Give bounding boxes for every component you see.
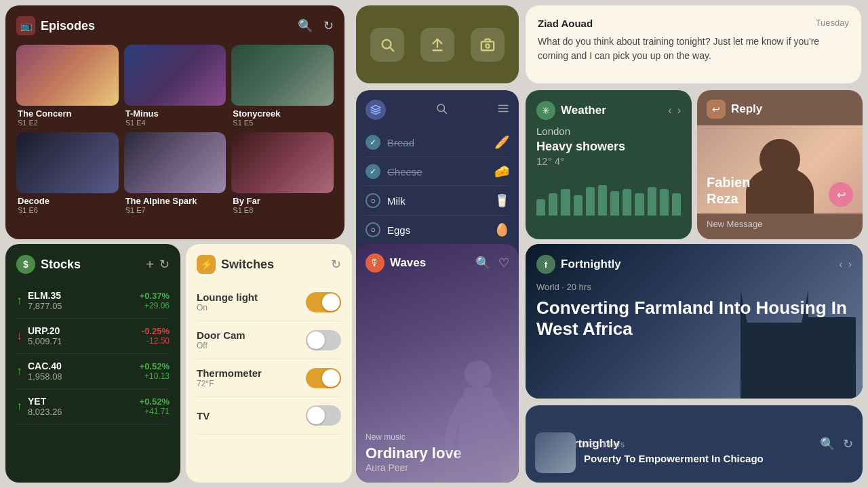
- episode-info: The Concern S1 E2: [16, 106, 119, 127]
- weather-prev-button[interactable]: ‹: [668, 104, 671, 117]
- fortnightly-small-article[interactable]: US · 14 hrs Poverty To Empowerment In Ch…: [535, 432, 853, 473]
- reply-button[interactable]: ↩: [829, 182, 853, 207]
- list-item[interactable]: Thermometer 72°F: [197, 359, 341, 397]
- weather-bar: [549, 193, 557, 216]
- episode-info: By Far S1 E8: [231, 193, 334, 214]
- list-item[interactable]: Door Cam Off: [197, 321, 341, 359]
- episode-info: The Alpine Spark S1 E7: [124, 193, 226, 214]
- list-item[interactable]: Stonycreek S1 E5: [231, 45, 334, 127]
- person-silhouette: [444, 347, 512, 483]
- message-sender: Ziad Aouad: [538, 18, 593, 29]
- episode-info: Stonycreek S1 E5: [231, 106, 334, 127]
- list-item[interactable]: ↑ ELM.35 7,877.05 +0.37% +29.06: [16, 283, 170, 319]
- shop-item-left: ○ Eggs: [366, 222, 410, 237]
- episodes-title: Episodes: [41, 19, 95, 33]
- door-cam-toggle[interactable]: [306, 330, 341, 350]
- weather-city: London: [536, 125, 681, 137]
- check-icon[interactable]: ✓: [366, 164, 380, 179]
- list-item[interactable]: TV: [197, 397, 341, 434]
- episode-name: Decode: [18, 196, 117, 206]
- waves-favorite-icon[interactable]: ♡: [498, 256, 509, 270]
- app-container: 📺 Episodes 🔍 ↻ The Concern S1 E2: [0, 0, 868, 488]
- episode-name: T-Minus: [125, 108, 225, 119]
- episode-code: S1 E4: [125, 119, 225, 127]
- episodes-actions: 🔍 ↻: [298, 18, 334, 33]
- waves-title: Waves: [390, 256, 426, 270]
- stock-points: +10.13: [140, 371, 170, 381]
- lounge-light-toggle[interactable]: [306, 292, 341, 312]
- tv-toggle[interactable]: [306, 405, 341, 426]
- episodes-refresh-icon[interactable]: ↻: [323, 18, 334, 33]
- list-item[interactable]: The Alpine Spark S1 E7: [124, 132, 226, 214]
- fortnightly-prev-button[interactable]: ‹: [839, 258, 842, 270]
- shopping-list-icon[interactable]: [497, 102, 509, 118]
- waves-widget: 🎙 Waves 🔍 ♡ New music Ordina: [356, 244, 519, 483]
- small-article-meta: US · 14 hrs: [584, 440, 764, 449]
- weather-next-button[interactable]: ›: [677, 104, 681, 117]
- switches-title-row: ⚡ Switches: [197, 255, 274, 274]
- switch-label: Lounge light: [197, 291, 258, 303]
- stocks-refresh-button[interactable]: ↻: [159, 257, 170, 272]
- shop-item-icon: 🥛: [494, 193, 509, 208]
- search-button[interactable]: [370, 28, 404, 62]
- camera-button[interactable]: [471, 28, 505, 62]
- list-item[interactable]: ↓ URP.20 5,009.71 -0.25% -12.50: [16, 319, 170, 354]
- stock-ticker: YET: [28, 396, 134, 407]
- list-item[interactable]: Decode S1 E6: [16, 132, 119, 214]
- check-icon[interactable]: ○: [366, 222, 380, 237]
- stocks-add-button[interactable]: +: [146, 257, 154, 272]
- upload-button[interactable]: [420, 28, 454, 62]
- episode-info: Decode S1 E6: [16, 193, 119, 214]
- svg-point-3: [486, 44, 490, 48]
- switch-label-group: Thermometer 72°F: [197, 367, 262, 388]
- weather-title-row: ✳ Weather: [536, 101, 606, 120]
- stock-points: +29.06: [140, 301, 170, 310]
- switch-state: 72°F: [197, 379, 262, 388]
- list-item[interactable]: The Concern S1 E2: [16, 45, 119, 127]
- check-icon[interactable]: ✓: [366, 135, 380, 150]
- reply-name-line1: Fabien: [707, 174, 750, 190]
- episodes-search-icon[interactable]: 🔍: [298, 18, 313, 33]
- fortnightly-small-widget: f Fortnightly 🔍 ↻ US · 14 hrs Poverty To…: [526, 405, 863, 483]
- switch-state: On: [197, 303, 258, 312]
- weather-temp-low: 4°: [555, 155, 564, 167]
- list-item[interactable]: Lounge light On: [197, 283, 341, 321]
- switches-header: ⚡ Switches ↻: [197, 255, 341, 274]
- fortnightly-next-button[interactable]: ›: [848, 258, 852, 270]
- weather-bar: [660, 189, 669, 216]
- check-icon[interactable]: ○: [366, 193, 380, 208]
- list-item[interactable]: ○ Eggs 🥚: [366, 216, 509, 245]
- thermometer-toggle[interactable]: [306, 368, 341, 388]
- shopping-search-icon[interactable]: [435, 102, 448, 118]
- reply-new-message[interactable]: New Message: [697, 214, 863, 235]
- search-widget: [356, 5, 519, 83]
- waves-title-row: 🎙 Waves: [366, 253, 426, 272]
- switch-label: TV: [197, 410, 210, 422]
- stocks-widget: $ Stocks + ↻ ↑ ELM.35 7,877.05 +0.37% +2…: [5, 244, 180, 483]
- fortnightly-title-row: f Fortnightly: [536, 255, 621, 274]
- weather-bar: [610, 191, 619, 216]
- shop-item-name: Bread: [387, 137, 414, 148]
- stock-price: 5,009.71: [28, 336, 136, 346]
- shop-item-left: ✓ Cheese: [366, 164, 422, 179]
- stock-info: CAC.40 1,958.08: [28, 361, 134, 382]
- episode-name: The Concern: [18, 108, 117, 119]
- list-item[interactable]: ✓ Bread 🥖: [366, 128, 509, 157]
- waves-search-icon[interactable]: 🔍: [475, 256, 490, 270]
- weather-bar: [635, 193, 644, 216]
- svg-rect-2: [481, 41, 494, 50]
- list-item[interactable]: T-Minus S1 E4: [124, 45, 226, 127]
- list-item[interactable]: By Far S1 E8: [231, 132, 334, 214]
- list-item[interactable]: ↑ CAC.40 1,958.08 +0.52% +10.13: [16, 354, 170, 389]
- switches-refresh-icon[interactable]: ↻: [331, 257, 341, 272]
- list-item[interactable]: ↑ YET 8,023.26 +0.52% +41.71: [16, 389, 170, 424]
- stock-ticker: ELM.35: [28, 290, 134, 301]
- list-item[interactable]: ✓ Cheese 🧀: [366, 157, 509, 186]
- list-item[interactable]: ○ Milk 🥛: [366, 186, 509, 216]
- stock-price: 8,023.26: [28, 407, 134, 417]
- stock-percent: +0.37%: [140, 291, 170, 301]
- weather-temp: 12° 4°: [536, 155, 681, 167]
- episodes-title-row: 📺 Episodes: [16, 16, 95, 35]
- episodes-icon: 📺: [16, 16, 35, 35]
- episode-name: Stonycreek: [233, 108, 332, 119]
